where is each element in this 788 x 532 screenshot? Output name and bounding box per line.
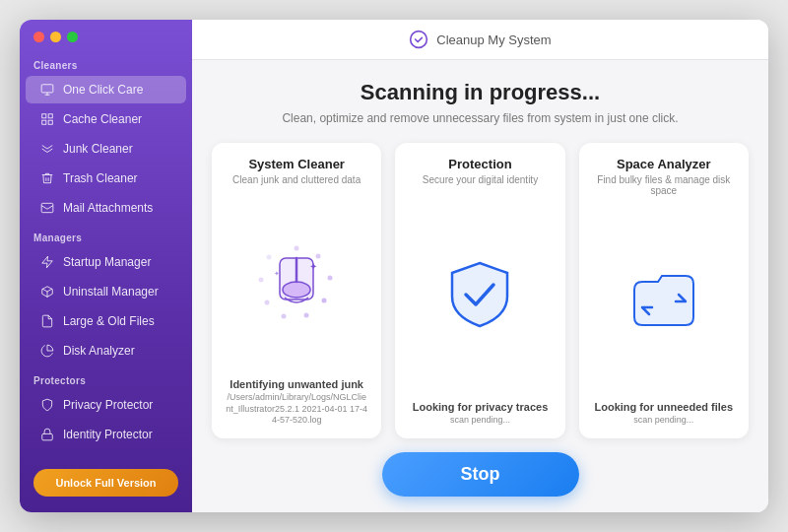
traffic-lights [20,20,192,50]
svg-point-15 [322,298,327,302]
space-analyzer-card: Space Analyzer Find bulky files & manage… [579,143,749,438]
sidebar-item-disk-analyzer[interactable]: Disk Analyzer [26,337,186,365]
cards-row: System Cleaner Clean junk and cluttered … [212,143,749,438]
system-cleaner-title: System Cleaner [248,157,345,171]
protection-status: Looking for privacy traces [413,401,549,413]
section-protectors-label: Protectors [20,366,192,390]
svg-rect-7 [41,203,53,212]
monitor-icon [39,82,55,98]
maximize-button[interactable] [67,32,78,42]
minimize-button[interactable] [50,32,61,42]
sidebar-item-large-old-files[interactable]: Large & Old Files [26,307,186,335]
file-icon [39,313,55,329]
lock-icon [39,427,55,442]
svg-point-19 [259,277,264,282]
sidebar-item-label: Uninstall Manager [63,285,159,299]
app-logo-icon [409,30,428,49]
svg-point-12 [295,245,299,250]
app-window: Cleaners One Click Care Cache Cleaner Ju… [20,20,768,512]
broom-icon [39,141,55,157]
system-cleaner-card: System Cleaner Clean junk and cluttered … [212,143,381,438]
section-cleaners-label: Cleaners [20,50,192,75]
grid-icon [39,111,55,127]
svg-rect-0 [41,85,53,93]
svg-rect-6 [48,120,52,124]
sidebar-item-trash-cleaner[interactable]: Trash Cleaner [26,165,186,192]
svg-point-20 [267,254,272,259]
svg-rect-3 [42,114,46,118]
svg-point-22 [283,282,310,298]
sidebar-item-label: Identity Protector [63,428,153,441]
space-analyzer-subtitle: Find bulky files & manage disk space [593,174,735,196]
zap-icon [39,254,55,270]
space-analyzer-illustration [593,206,735,393]
sidebar-item-label: Large & Old Files [63,314,155,328]
protection-card: Protection Secure your digital identity … [395,143,564,438]
close-button[interactable] [33,32,44,42]
svg-point-13 [316,253,321,258]
stop-button[interactable]: Stop [382,452,579,497]
sidebar: Cleaners One Click Care Cache Cleaner Ju… [20,20,192,512]
sidebar-item-identity-protector[interactable]: Identity Protector [26,421,186,448]
sidebar-item-cache-cleaner[interactable]: Cache Cleaner [26,105,186,133]
svg-point-11 [411,32,427,48]
mail-icon [39,200,55,216]
app-title: Cleanup My System [436,33,551,47]
protection-subtitle: Secure your digital identity [423,174,538,185]
svg-rect-5 [42,120,46,124]
space-analyzer-title: Space Analyzer [617,157,711,171]
sidebar-item-label: Trash Cleaner [63,171,138,185]
shield-icon [39,397,55,413]
svg-point-17 [282,313,287,318]
svg-marker-8 [42,256,53,268]
system-cleaner-illustration: ✦ ✦ [226,195,367,370]
space-analyzer-status-detail: scan pending... [633,415,693,427]
sidebar-item-label: One Click Care [63,83,143,97]
sidebar-item-label: Disk Analyzer [63,344,135,358]
scan-title: Scanning in progress... [361,80,600,105]
system-cleaner-subtitle: Clean junk and cluttered data [232,174,361,185]
sidebar-item-startup-manager[interactable]: Startup Manager [26,248,186,276]
svg-point-14 [328,275,333,280]
svg-text:✦: ✦ [274,270,280,277]
sidebar-item-label: Privacy Protector [63,398,153,412]
sidebar-item-one-click-care[interactable]: One Click Care [26,76,186,103]
trash-icon [39,170,55,186]
unlock-full-version-button[interactable]: Unlock Full Version [33,469,178,497]
protection-title: Protection [448,157,511,171]
pie-chart-icon [39,343,55,359]
system-cleaner-status-detail: /Users/admin/Library/Logs/NGLClient_Illu… [226,392,367,427]
svg-text:✦: ✦ [309,261,317,272]
svg-rect-10 [42,433,53,439]
sidebar-item-privacy-protector[interactable]: Privacy Protector [26,391,186,419]
sidebar-item-label: Mail Attachments [63,201,153,215]
protection-status-detail: scan pending... [450,415,510,427]
sidebar-item-label: Cache Cleaner [63,112,142,126]
section-managers-label: Managers [20,223,192,247]
svg-point-18 [265,299,270,304]
system-cleaner-status: Identifying unwanted junk [230,378,363,390]
sidebar-item-uninstall-manager[interactable]: Uninstall Manager [26,278,186,305]
space-analyzer-status: Looking for unneeded files [595,401,734,413]
svg-rect-4 [48,114,52,118]
sidebar-item-mail-attachments[interactable]: Mail Attachments [26,194,186,222]
main-content: Cleanup My System Scanning in progress..… [192,20,768,512]
package-icon [39,284,55,299]
sidebar-item-label: Startup Manager [63,255,151,269]
scan-subtitle: Clean, optimize and remove unnecessary f… [282,111,678,125]
app-header: Cleanup My System [192,20,768,60]
main-body: Scanning in progress... Clean, optimize … [192,60,768,512]
sidebar-item-junk-cleaner[interactable]: Junk Cleaner [26,135,186,163]
protection-illustration [409,195,551,393]
svg-point-16 [304,312,309,317]
sidebar-item-label: Junk Cleaner [63,142,133,156]
